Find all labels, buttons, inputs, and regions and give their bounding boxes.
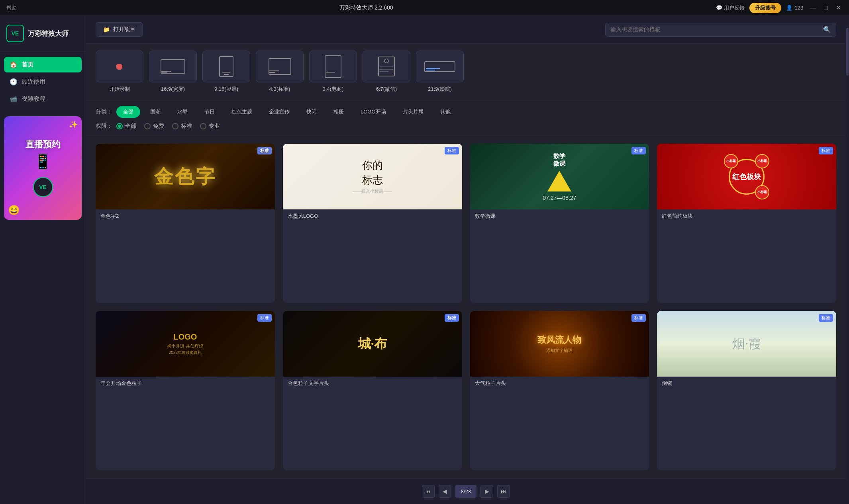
svg-rect-11	[378, 57, 394, 76]
mountain-text: 烟·霞	[732, 335, 761, 353]
template-badge-8: 标准	[819, 314, 833, 322]
template-thumb-8: 烟·霞 标准	[657, 311, 836, 377]
aspect-cinema[interactable]: 21:9(影院)	[416, 51, 464, 93]
template-badge-7: 标准	[631, 314, 646, 322]
scroll-thumb[interactable]	[846, 28, 849, 76]
filter-logo[interactable]: LOGO开场	[354, 106, 393, 118]
radio-circle-all	[116, 123, 123, 129]
template-card-7[interactable]: 致风流人物 添加文字描述 标准 大气粒子片头	[470, 311, 649, 470]
nav-home[interactable]: 🏠 首页	[4, 57, 82, 72]
recent-icon: 🕐	[10, 78, 18, 86]
aspect-wechat[interactable]: 6:7(微信)	[363, 51, 410, 93]
template-card-8[interactable]: 烟·霞 标准 倒镜	[657, 311, 836, 470]
feedback-link[interactable]: 💬 用户反馈	[716, 4, 745, 12]
rights-all[interactable]: 全部	[116, 123, 136, 130]
gold-text-display: 金色字	[154, 164, 216, 189]
sidebar: VE 万彩特效大师 🏠 首页 🕐 最近使用 📹 视频教程 直播预约 📱 VE 😄…	[0, 16, 86, 504]
nav-recent[interactable]: 🕐 最近使用	[4, 74, 82, 90]
aspect-ecom[interactable]: 3:4(电商)	[309, 51, 357, 93]
filter-red[interactable]: 红色主题	[225, 106, 259, 118]
upgrade-button[interactable]: 升级账号	[749, 3, 781, 13]
maximize-button[interactable]: □	[822, 4, 829, 12]
search-input[interactable]	[610, 26, 820, 33]
nav-tutorials[interactable]: 📹 视频教程	[4, 91, 82, 107]
template-card-1[interactable]: 金色字 标准 金色字2	[96, 144, 275, 303]
page-last-button[interactable]: ⏭	[497, 485, 510, 498]
filter-flash[interactable]: 快闪	[300, 106, 324, 118]
small-circle-br: 小标题	[755, 185, 769, 199]
template-card-6[interactable]: 城·布 标准 金色粒子文字片头	[283, 311, 462, 470]
template-name-2: 水墨风LOGO	[283, 209, 462, 223]
template-name-1: 金色字2	[96, 209, 275, 223]
template-card-4[interactable]: 红色板块 小标题 小标题 小标题 标准 红色简约板块	[657, 144, 836, 303]
pagination: ⏮ ◀ 8/23 ▶ ⏭	[86, 478, 846, 504]
ink-dash: ——插入小标题——	[353, 188, 392, 194]
filter-enterprise[interactable]: 企业宣传	[262, 106, 296, 118]
feedback-icon: 💬	[716, 5, 722, 11]
sidebar-banner[interactable]: 直播预约 📱 VE 😄 ✨	[4, 116, 82, 220]
rights-pro[interactable]: 专业	[200, 123, 220, 130]
template-card-2[interactable]: 你的标志 ——插入小标题—— 标准 水墨风LOGO	[283, 144, 462, 303]
close-button[interactable]: ✕	[834, 4, 843, 12]
aspect-tall[interactable]: 9:16(竖屏)	[202, 51, 250, 93]
rights-free[interactable]: 免费	[144, 123, 164, 130]
math-triangle	[547, 171, 571, 191]
template-badge-5: 标准	[257, 314, 272, 322]
math-course-text: 数学微课	[553, 152, 565, 168]
template-name-6: 金色粒子文字片头	[283, 377, 462, 390]
minimize-button[interactable]: —	[808, 4, 818, 12]
banner-phone-icon: 📱	[34, 153, 52, 170]
award-sub2: 2022年度颁奖典礼	[169, 350, 202, 356]
template-thumb-1: 金色字 标准	[96, 144, 275, 209]
filter-ink[interactable]: 水墨	[171, 106, 194, 118]
cinema-icon	[424, 60, 456, 74]
template-badge-6: 标准	[445, 314, 459, 322]
radio-circle-pro	[200, 123, 206, 129]
main-content: 📁 打开项目 🔍 ⏺ 开始录制	[86, 16, 846, 504]
template-thumb-7: 致风流人物 添加文字描述 标准	[470, 311, 649, 377]
aspect-standard[interactable]: 4:3(标准)	[256, 51, 304, 93]
template-thumb-4: 红色板块 小标题 小标题 小标题 标准	[657, 144, 836, 209]
filter-title[interactable]: 片头片尾	[396, 106, 430, 118]
filter-other[interactable]: 其他	[433, 106, 457, 118]
template-card-3[interactable]: 数学微课 07.27—08.27 标准 数学微课	[470, 144, 649, 303]
template-badge-2: 标准	[445, 147, 459, 154]
red-main-circle: 红色板块 小标题 小标题 小标题	[729, 159, 765, 195]
open-project-button[interactable]: 📁 打开项目	[96, 22, 143, 37]
template-grid: 金色字 标准 金色字2 你的标志 ——插入小标题—— 标准 水墨风LOGO	[86, 136, 846, 478]
page-prev-button[interactable]: ◀	[439, 485, 451, 498]
template-card-5[interactable]: LOGO 携手并进 共创辉煌 2022年度颁奖典礼 标准 年会开场金色粒子	[96, 311, 275, 470]
scroll-indicator	[846, 16, 849, 504]
svg-rect-3	[220, 57, 233, 76]
filter-album[interactable]: 相册	[327, 106, 351, 118]
math-date: 07.27—08.27	[543, 195, 576, 201]
rights-radio-group: 全部 免费 标准 专业	[116, 123, 220, 130]
template-thumb-5: LOGO 携手并进 共创辉煌 2022年度颁奖典礼 标准	[96, 311, 275, 377]
filter-all[interactable]: 全部	[116, 106, 140, 118]
template-name-5: 年会开场金色粒子	[96, 377, 275, 390]
page-next-button[interactable]: ▶	[480, 485, 493, 498]
standard-icon	[267, 57, 293, 76]
aspect-record[interactable]: ⏺ 开始录制	[96, 51, 143, 93]
category-filter-row: 分类： 全部 国潮 水墨 节日 红色主题 企业宣传 快闪 相册 LOGO开场 片…	[96, 106, 836, 118]
rights-standard[interactable]: 标准	[172, 123, 192, 130]
aspect-thumb-wechat	[363, 51, 410, 82]
logo-badge: VE	[6, 25, 24, 42]
aspect-wide[interactable]: 16:9(宽屏)	[149, 51, 197, 93]
big-particles-text: 致风流人物	[537, 334, 581, 346]
banner-ve-badge: VE	[33, 177, 53, 197]
banner-star-icon: ✨	[69, 120, 78, 129]
page-first-button[interactable]: ⏮	[422, 485, 435, 498]
page-current: 8/23	[455, 485, 476, 498]
aspect-thumb-record: ⏺	[96, 51, 143, 82]
filter-guochao[interactable]: 国潮	[143, 106, 167, 118]
filter-holiday[interactable]: 节日	[198, 106, 222, 118]
title-bar: 帮助 万彩特效大师 2.2.600 💬 用户反馈 升级账号 👤 123 — □ …	[0, 0, 849, 16]
template-name-7: 大气粒子片头	[470, 377, 649, 390]
radio-circle-standard	[172, 123, 178, 129]
red-block-text: 红色板块	[732, 172, 761, 182]
sidebar-nav: 🏠 首页 🕐 最近使用 📹 视频教程	[0, 51, 86, 112]
small-circle-tr: 小标题	[755, 154, 769, 168]
help-menu[interactable]: 帮助	[6, 4, 17, 12]
aspect-thumb-tall	[202, 51, 250, 82]
